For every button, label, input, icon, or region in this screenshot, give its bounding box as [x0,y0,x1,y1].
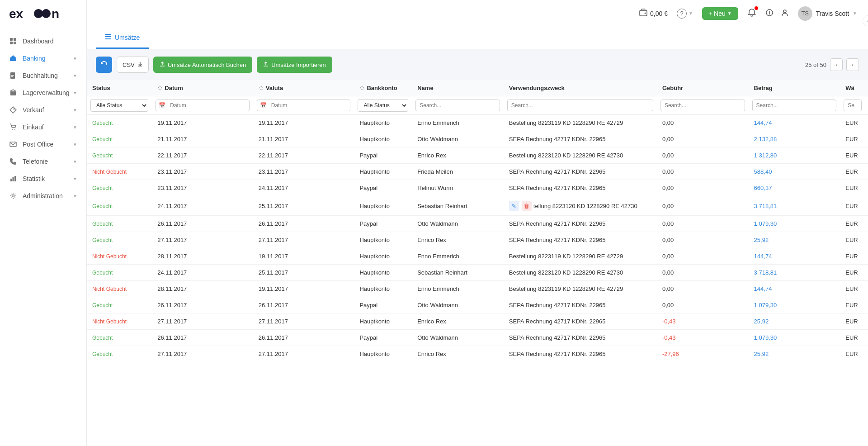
sidebar-item-buchhaltung[interactable]: Buchhaltung ▼ [0,67,86,84]
cell-datum: 26.11.2017 [152,297,253,313]
cell-name: Otto Waldmann [412,330,504,346]
import-label: Umsätze Importieren [271,62,326,68]
filter-valuta[interactable]: 📅 [253,96,354,115]
chevron-down-icon: ▼ [73,56,77,61]
cell-verwendungszweck: SEPA Rechnung 42717 KDNr. 22965 [504,216,657,232]
new-button[interactable]: + Neu ▼ [702,7,738,20]
svg-rect-23 [640,10,647,16]
status-filter-select[interactable]: Alle Status Gebucht Nicht Gebucht [90,99,148,112]
transactions-table-container: Status Datum Valuta Bankkonto Name Verwe… [87,80,868,446]
waehrung-filter-input[interactable] [844,100,862,111]
chevron-down-icon: ▼ [73,142,77,147]
cell-datum: 24.11.2017 [152,196,253,216]
svg-rect-27 [105,34,111,35]
cell-name: Enrico Rex [412,313,504,330]
sidebar-item-post-office[interactable]: Post Office ▼ [0,136,86,153]
cell-status: Gebucht [87,297,152,313]
cell-status: Nicht Gebucht [87,313,152,330]
import-button[interactable]: Umsätze Importieren [257,57,332,73]
filter-gebuehr[interactable] [657,96,749,115]
tab-umsaetze[interactable]: Umsätze [96,27,149,49]
cell-datum: 28.11.2017 [152,248,253,265]
auto-book-button[interactable]: Umsätze Automatisch Buchen [153,57,252,73]
chevron-down-icon: ▼ [73,73,77,78]
filter-bankkonto[interactable]: Alle Status Hauptkonto Paypal [354,96,412,115]
cell-datum: 27.11.2017 [152,346,253,362]
cell-status: Gebucht [87,115,152,131]
filter-name[interactable] [412,96,504,115]
pagination-prev-button[interactable]: ‹ [830,58,843,71]
cell-verwendungszweck: SEPA Rechnung 42717 KDNr. 22965 [504,330,657,346]
tag-icon [9,106,17,114]
cell-gebuehr: 0,00 [657,232,749,248]
cell-verwendungszweck: SEPA Rechnung 42717 KDNr. 22965 [504,346,657,362]
chevron-down-icon: ▼ [73,108,77,113]
sidebar-item-dashboard[interactable]: Dashboard [0,33,86,50]
betrag-filter-input[interactable] [752,100,837,111]
cell-datum: 24.11.2017 [152,265,253,281]
help-chevron-icon: ▼ [689,11,693,16]
svg-point-24 [645,13,646,14]
pagination-info: 25 of 50 [805,62,826,68]
cell-betrag: 3.718,81 [749,265,840,281]
user-menu[interactable]: TS Travis Scott ▼ [798,6,857,21]
cell-betrag: 144,74 [749,248,840,265]
cell-valuta: 23.11.2017 [253,164,354,180]
logo-area: ex nn [0,0,86,27]
refresh-button[interactable] [96,57,112,73]
topbar: 0,00 € ? ▼ + Neu ▼ TS Travis Sco [87,0,868,27]
settings-icon [9,192,17,200]
table-row: Gebucht 26.11.2017 26.11.2017 Paypal Ott… [87,216,868,232]
sidebar-item-banking[interactable]: Banking ▼ [0,50,86,67]
cell-betrag: 25,92 [749,346,840,362]
notifications-button[interactable] [747,8,756,19]
bell-icon [747,11,756,19]
delete-icon[interactable]: 🗑 [522,201,532,211]
sidebar-item-administration[interactable]: Administration ▼ [0,187,86,204]
info-icon[interactable] [765,9,774,19]
verwendungszweck-filter-input[interactable] [507,100,653,111]
edit-icon[interactable]: ✎ [509,201,519,211]
filter-betrag[interactable] [749,96,840,115]
valuta-filter-input[interactable] [269,100,350,111]
bankkonto-filter-select[interactable]: Alle Status Hauptkonto Paypal [358,99,408,112]
svg-point-26 [783,10,786,13]
cell-datum: 23.11.2017 [152,180,253,196]
cell-valuta: 26.11.2017 [253,297,354,313]
table-row: Gebucht 22.11.2017 22.11.2017 Paypal Enr… [87,147,868,164]
cell-valuta: 27.11.2017 [253,232,354,248]
filter-status[interactable]: Alle Status Gebucht Nicht Gebucht [87,96,152,115]
col-header-name: Name [412,80,504,96]
sidebar-item-telefonie[interactable]: Telefonie ▼ [0,153,86,170]
cell-gebuehr: 0,00 [657,164,749,180]
name-filter-input[interactable] [415,100,500,111]
chevron-down-icon: ▼ [73,90,77,95]
sidebar-item-lagerverwaltung[interactable]: Lagerverwaltung ▼ [0,84,86,101]
filter-datum[interactable]: 📅 [152,96,253,115]
svg-rect-18 [10,142,16,147]
sidebar-item-verkauf[interactable]: Verkauf ▼ [0,101,86,119]
cell-bankkonto: Hauptkonto [354,196,412,216]
svg-point-15 [14,109,15,110]
cell-gebuehr: -0,43 [657,330,749,346]
cell-betrag: 25,92 [749,232,840,248]
csv-button[interactable]: CSV [117,57,149,73]
help-button[interactable]: ? ▼ [677,9,693,19]
user-icon[interactable] [781,9,789,19]
gebuehr-filter-input[interactable] [660,100,745,111]
sidebar-item-statistik[interactable]: Statistik ▼ [0,170,86,187]
cell-valuta: 19.11.2017 [253,281,354,297]
filter-verwendungszweck[interactable] [504,96,657,115]
col-header-datum: Datum [152,80,253,96]
col-header-betrag: Betrag [749,80,840,96]
svg-rect-13 [11,76,13,77]
datum-filter-input[interactable] [168,100,249,111]
cell-status: Gebucht [87,196,152,216]
toolbar: CSV Umsätze Automatisch Buchen Umsätze I… [87,49,868,80]
cell-datum: 27.11.2017 [152,313,253,330]
avatar: TS [798,6,812,21]
sidebar-item-einkauf[interactable]: Einkauf ▼ [0,119,86,136]
svg-rect-19 [10,179,12,181]
filter-waehrung[interactable] [840,96,868,115]
pagination-next-button[interactable]: › [846,58,859,71]
